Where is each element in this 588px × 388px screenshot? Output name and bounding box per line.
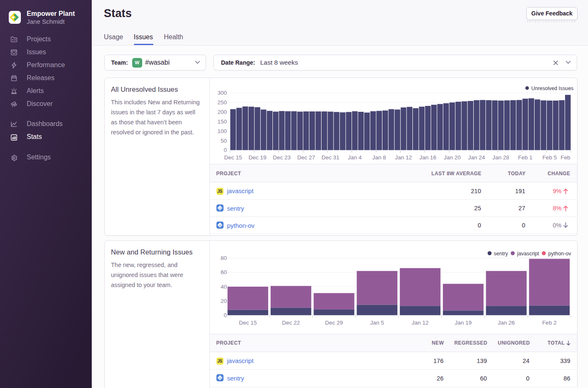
- svg-text:sentry: sentry: [494, 251, 508, 257]
- svg-text:250: 250: [217, 99, 227, 106]
- svg-text:Dec 27: Dec 27: [297, 154, 315, 161]
- svg-text:Jan 28: Jan 28: [493, 154, 510, 161]
- svg-text:Feb: Feb: [560, 154, 570, 161]
- svg-text:Feb 5: Feb 5: [543, 154, 557, 161]
- svg-text:Dec 19: Dec 19: [249, 154, 266, 161]
- svg-text:Unresolved Issues: Unresolved Issues: [531, 86, 573, 91]
- svg-text:python-ov: python-ov: [548, 251, 572, 257]
- svg-text:50: 50: [221, 138, 227, 144]
- svg-text:Dec 15: Dec 15: [239, 320, 257, 326]
- svg-text:Feb 2: Feb 2: [542, 320, 557, 326]
- svg-text:Dec 15: Dec 15: [224, 154, 242, 161]
- svg-text:0: 0: [224, 147, 227, 153]
- svg-text:Dec 31: Dec 31: [322, 154, 339, 161]
- svg-text:Dec 22: Dec 22: [282, 320, 300, 326]
- svg-text:20: 20: [221, 298, 227, 304]
- svg-text:Feb 1: Feb 1: [518, 154, 533, 161]
- svg-text:Jan 4: Jan 4: [348, 154, 362, 161]
- svg-text:Jan 12: Jan 12: [395, 154, 412, 161]
- svg-text:Jan 16: Jan 16: [420, 154, 437, 161]
- svg-text:Jan 5: Jan 5: [370, 320, 384, 326]
- svg-text:Jan 12: Jan 12: [412, 320, 429, 326]
- svg-text:80: 80: [221, 255, 227, 261]
- svg-text:Jan 8: Jan 8: [372, 154, 386, 161]
- svg-text:Jan 20: Jan 20: [444, 154, 461, 161]
- svg-text:Jan 24: Jan 24: [468, 154, 485, 161]
- svg-text:Jan 26: Jan 26: [498, 320, 515, 326]
- svg-text:150: 150: [217, 118, 227, 125]
- svg-text:Jan 19: Jan 19: [455, 320, 472, 326]
- svg-text:300: 300: [217, 90, 227, 96]
- svg-text:Dec 29: Dec 29: [325, 320, 343, 326]
- svg-text:200: 200: [217, 109, 227, 115]
- svg-text:Dec 23: Dec 23: [273, 154, 291, 161]
- svg-text:60: 60: [221, 269, 227, 275]
- svg-text:javascript: javascript: [517, 251, 539, 257]
- svg-text:100: 100: [217, 128, 227, 134]
- svg-text:40: 40: [221, 284, 227, 290]
